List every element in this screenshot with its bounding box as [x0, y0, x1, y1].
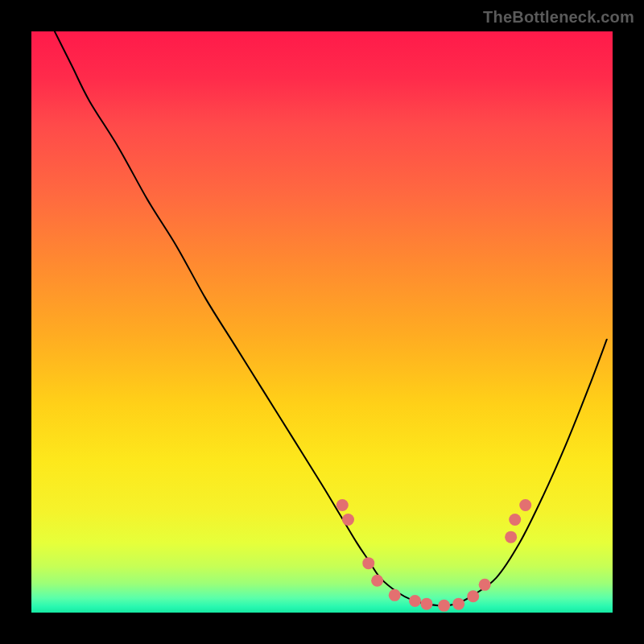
chart-plot-area [31, 31, 613, 613]
curve-marker-dot [389, 589, 401, 601]
watermark-text: TheBottleneck.com [483, 8, 634, 27]
curve-marker-dot [362, 557, 374, 569]
curve-marker-dot [519, 499, 531, 511]
curve-marker-dot [438, 600, 450, 612]
curve-marker-dot [452, 598, 464, 610]
curve-marker-dot [371, 575, 383, 587]
curve-marker-dot [420, 598, 432, 610]
curve-marker-dot [509, 514, 521, 526]
bottleneck-curve [55, 31, 607, 606]
curve-marker-dot [505, 531, 517, 543]
curve-marker-dot [342, 514, 354, 526]
chart-svg [31, 31, 613, 613]
curve-marker-dot [336, 499, 349, 511]
curve-marker-dot [467, 590, 479, 602]
curve-marker-dot [479, 579, 491, 591]
chart-frame: TheBottleneck.com [0, 0, 644, 644]
curve-marker-dot [409, 595, 421, 607]
